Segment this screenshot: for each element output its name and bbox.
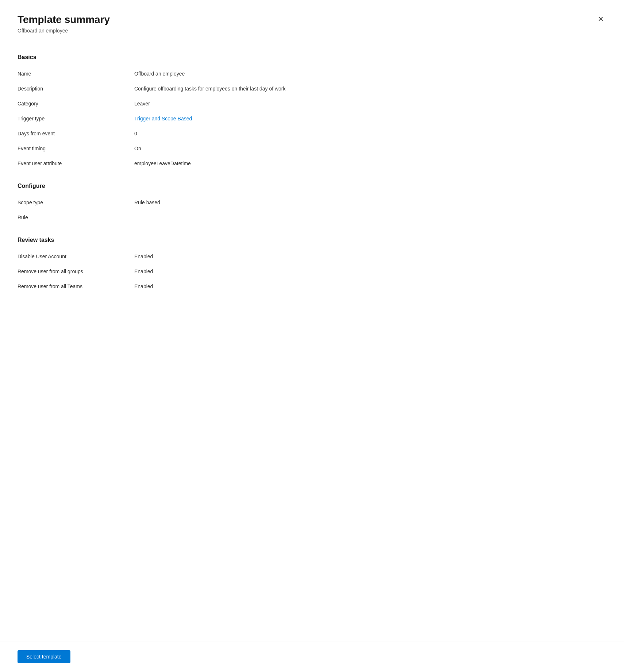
template-summary-panel: Template summary Offboard an employee ✕ … bbox=[0, 0, 624, 672]
field-row-disable-user-account: Disable User Account Enabled bbox=[18, 249, 606, 264]
review-tasks-section: Review tasks Disable User Account Enable… bbox=[18, 237, 606, 294]
field-value-days-from-event: 0 bbox=[134, 130, 137, 138]
remove-from-teams-link[interactable]: Remove user from all Teams bbox=[18, 283, 82, 289]
panel-header: Template summary Offboard an employee ✕ bbox=[0, 0, 624, 42]
field-label-disable-user-account: Disable User Account bbox=[18, 253, 134, 260]
select-template-button[interactable]: Select template bbox=[18, 650, 70, 663]
close-icon: ✕ bbox=[598, 15, 604, 23]
close-button[interactable]: ✕ bbox=[595, 13, 606, 25]
panel-title: Template summary bbox=[18, 13, 606, 26]
field-row-name: Name Offboard an employee bbox=[18, 66, 606, 81]
field-row-description: Description Configure offboarding tasks … bbox=[18, 81, 606, 96]
field-value-category: Leaver bbox=[134, 100, 150, 108]
field-label-days-from-event: Days from event bbox=[18, 130, 134, 138]
panel-footer: Select template bbox=[0, 641, 624, 672]
field-label-name: Name bbox=[18, 70, 134, 78]
field-value-disable-user-account: Enabled bbox=[134, 253, 153, 260]
field-value-remove-from-groups: Enabled bbox=[134, 268, 153, 275]
field-label-rule: Rule bbox=[18, 214, 134, 221]
field-value-event-user-attribute: employeeLeaveDatetime bbox=[134, 160, 191, 167]
field-row-rule: Rule bbox=[18, 210, 606, 225]
field-row-scope-type: Scope type Rule based bbox=[18, 195, 606, 210]
field-label-trigger-type: Trigger type bbox=[18, 115, 134, 123]
field-value-trigger-type: Trigger and Scope Based bbox=[134, 115, 192, 123]
field-label-event-timing: Event timing bbox=[18, 145, 134, 152]
panel-content: Basics Name Offboard an employee Descrip… bbox=[0, 42, 624, 641]
field-label-remove-from-groups: Remove user from all groups bbox=[18, 268, 134, 275]
panel-subtitle: Offboard an employee bbox=[18, 28, 606, 34]
field-value-remove-from-teams: Enabled bbox=[134, 283, 153, 290]
field-label-scope-type: Scope type bbox=[18, 199, 134, 206]
field-value-scope-type: Rule based bbox=[134, 199, 160, 206]
field-row-days-from-event: Days from event 0 bbox=[18, 126, 606, 141]
field-label-description: Description bbox=[18, 85, 134, 93]
field-label-event-user-attribute: Event user attribute bbox=[18, 160, 134, 167]
basics-section: Basics Name Offboard an employee Descrip… bbox=[18, 54, 606, 171]
configure-heading: Configure bbox=[18, 183, 606, 189]
field-row-remove-from-groups: Remove user from all groups Enabled bbox=[18, 264, 606, 279]
remove-from-groups-link[interactable]: Remove user from all groups bbox=[18, 269, 83, 274]
field-value-name: Offboard an employee bbox=[134, 70, 185, 78]
field-value-description: Configure offboarding tasks for employee… bbox=[134, 85, 286, 93]
review-tasks-heading: Review tasks bbox=[18, 237, 606, 243]
configure-section: Configure Scope type Rule based Rule bbox=[18, 183, 606, 225]
disable-user-account-link[interactable]: Disable User Account bbox=[18, 254, 66, 259]
field-row-category: Category Leaver bbox=[18, 96, 606, 111]
field-row-trigger-type: Trigger type Trigger and Scope Based bbox=[18, 111, 606, 126]
field-row-event-timing: Event timing On bbox=[18, 141, 606, 156]
field-label-category: Category bbox=[18, 100, 134, 108]
field-value-event-timing: On bbox=[134, 145, 141, 152]
field-row-remove-from-teams: Remove user from all Teams Enabled bbox=[18, 279, 606, 294]
field-row-event-user-attribute: Event user attribute employeeLeaveDateti… bbox=[18, 156, 606, 171]
basics-heading: Basics bbox=[18, 54, 606, 61]
field-label-remove-from-teams: Remove user from all Teams bbox=[18, 283, 134, 290]
